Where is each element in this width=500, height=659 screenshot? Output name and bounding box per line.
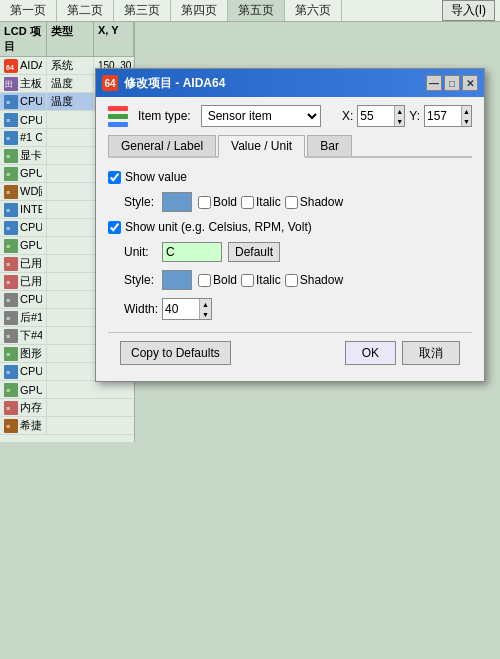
style-checkboxes-1: Bold Italic Shadow: [198, 195, 343, 209]
lcd-table-header: LCD 项目 类型 X, Y: [0, 22, 134, 57]
x-spin-down[interactable]: ▼: [394, 116, 404, 126]
bold-label-1: Bold: [213, 195, 237, 209]
svg-text:64: 64: [6, 64, 14, 71]
row-label: ≡CPU 使用率: [0, 219, 47, 236]
table-row[interactable]: ≡GPU TDP%: [0, 381, 134, 399]
maximize-button[interactable]: □: [444, 75, 460, 91]
tab-page4[interactable]: 第四页: [171, 0, 228, 21]
color-bar-blue: [108, 122, 128, 127]
show-unit-label: Show unit (e.g. Celsius, RPM, Volt): [125, 220, 312, 234]
show-value-label: Show value: [125, 170, 187, 184]
row-label: ≡GPU二极管温度: [0, 165, 47, 182]
shadow-checkbox-1[interactable]: [285, 196, 298, 209]
italic-checkbox-1[interactable]: [241, 196, 254, 209]
svg-text:≡: ≡: [6, 189, 10, 196]
row-label: ≡CPU 功耗: [0, 363, 47, 380]
svg-text:≡: ≡: [6, 315, 10, 322]
x-spinner: ▲ ▼: [394, 106, 404, 126]
style-row-2: Style: Bold Italic Shadow: [124, 270, 472, 290]
style-color-swatch-2[interactable]: [162, 270, 192, 290]
y-spinner: ▲ ▼: [461, 106, 471, 126]
width-input[interactable]: [163, 299, 199, 319]
tab-page6[interactable]: 第六页: [285, 0, 342, 21]
row-label: ≡已用显存: [0, 273, 47, 290]
item-type-row: Item type: Sensor item X: ▲ ▼ Y: ▲: [108, 105, 472, 127]
tab-page1[interactable]: 第一页: [0, 0, 57, 21]
item-type-select[interactable]: Sensor item: [201, 105, 321, 127]
svg-text:≡: ≡: [6, 423, 10, 430]
show-unit-checkbox[interactable]: [108, 221, 121, 234]
style-color-swatch-1[interactable]: [162, 192, 192, 212]
shadow-checkbox-2[interactable]: [285, 274, 298, 287]
tab-page2[interactable]: 第二页: [57, 0, 114, 21]
bold-checkbox-1[interactable]: [198, 196, 211, 209]
unit-input[interactable]: [162, 242, 222, 262]
tab-page3[interactable]: 第三页: [114, 0, 171, 21]
row-type: 系统: [47, 57, 94, 74]
color-bar-red: [108, 106, 128, 111]
svg-text:≡: ≡: [6, 99, 10, 106]
color-bar-green: [108, 114, 128, 119]
unit-row: Unit: Default: [124, 242, 472, 262]
import-button[interactable]: 导入(I): [442, 0, 495, 21]
svg-text:≡: ≡: [6, 405, 10, 412]
row-label: ≡INTEL微腾温度: [0, 201, 47, 218]
header-lcd: LCD 项目: [0, 22, 47, 56]
copy-defaults-button[interactable]: Copy to Defaults: [120, 341, 231, 365]
dialog-footer: Copy to Defaults OK 取消: [108, 332, 472, 373]
minimize-button[interactable]: —: [426, 75, 442, 91]
tab-bar[interactable]: Bar: [307, 135, 352, 156]
cancel-button[interactable]: 取消: [402, 341, 460, 365]
italic-label-1: Italic: [256, 195, 281, 209]
bold-checkbox-2[interactable]: [198, 274, 211, 287]
svg-text:≡: ≡: [6, 243, 10, 250]
italic-checkbox-2[interactable]: [241, 274, 254, 287]
row-label: 田 主板温度: [0, 75, 47, 92]
table-row[interactable]: ≡希捷硬盘温度: [0, 417, 134, 435]
show-value-checkbox[interactable]: [108, 171, 121, 184]
tab-general-label[interactable]: General / Label: [108, 135, 216, 156]
width-spinner: ▲ ▼: [199, 299, 211, 319]
style-label-1: Style:: [124, 195, 156, 209]
width-label: Width:: [124, 302, 156, 316]
dialog-title: 修改项目 - AIDA64: [124, 75, 426, 92]
y-spin-up[interactable]: ▲: [461, 106, 471, 116]
row-type: 温度: [47, 75, 94, 92]
show-unit-row: Show unit (e.g. Celsius, RPM, Volt): [108, 220, 472, 234]
bold-label-2: Bold: [213, 273, 237, 287]
edit-dialog: 64 修改项目 - AIDA64 — □ ✕ Item type: Sensor…: [95, 68, 485, 382]
tab-bar: 第一页 第二页 第三页 第四页 第五页 第六页 导入(I): [0, 0, 500, 22]
x-spinbox: ▲ ▼: [357, 105, 405, 127]
width-spin-up[interactable]: ▲: [199, 299, 211, 309]
svg-text:≡: ≡: [6, 117, 10, 124]
table-row[interactable]: ≡内存速度: [0, 399, 134, 417]
shadow-check-item-2: Shadow: [285, 273, 343, 287]
ok-button[interactable]: OK: [345, 341, 396, 365]
dialog-controls: — □ ✕: [426, 75, 478, 91]
row-label: ≡内存速度: [0, 399, 47, 416]
row-label: ≡已用内存: [0, 255, 47, 272]
y-input[interactable]: [425, 106, 461, 126]
svg-text:≡: ≡: [6, 297, 10, 304]
svg-text:≡: ≡: [6, 351, 10, 358]
tab-page5[interactable]: 第五页: [228, 0, 285, 21]
style-row-1: Style: Bold Italic Shadow: [124, 192, 472, 212]
svg-text:≡: ≡: [6, 369, 10, 376]
dialog-tab-bar: General / Label Value / Unit Bar: [108, 135, 472, 158]
close-button[interactable]: ✕: [462, 75, 478, 91]
svg-text:≡: ≡: [6, 387, 10, 394]
show-value-row: Show value: [108, 170, 472, 184]
width-spin-down[interactable]: ▼: [199, 309, 211, 319]
svg-text:≡: ≡: [6, 135, 10, 142]
tab-value-unit[interactable]: Value / Unit: [218, 135, 305, 158]
tab-content: Show value Style: Bold Italic: [108, 166, 472, 324]
dialog-title-icon: 64: [102, 75, 118, 91]
x-input[interactable]: [358, 106, 394, 126]
y-spin-down[interactable]: ▼: [461, 116, 471, 126]
style-label-2: Style:: [124, 273, 156, 287]
shadow-label-2: Shadow: [300, 273, 343, 287]
row-label: ≡GPU TDP%: [0, 382, 47, 398]
x-spin-up[interactable]: ▲: [394, 106, 404, 116]
row-label: ≡下#4机箱风扇: [0, 327, 47, 344]
default-button[interactable]: Default: [228, 242, 280, 262]
